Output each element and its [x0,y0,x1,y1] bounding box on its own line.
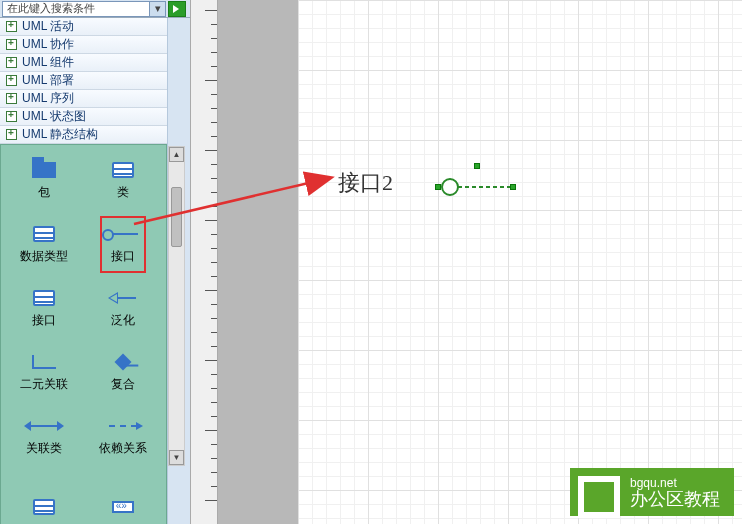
association-class-icon [30,425,58,427]
tree-item-uml-activity[interactable]: UML 活动 [0,18,167,36]
stencil-scrollbar[interactable]: ▲ ▼ [168,146,185,466]
stencil-generalization[interactable]: 泛化 [84,281,163,329]
package-icon [32,162,56,178]
stencil-association-class[interactable]: 关联类 [5,409,84,457]
search-input[interactable]: 在此键入搜索条件 ▾ [2,1,166,17]
expand-icon[interactable] [6,111,17,122]
scroll-thumb[interactable] [171,187,182,247]
selection-handle[interactable] [474,163,480,169]
search-placeholder: 在此键入搜索条件 [7,1,95,16]
expand-icon[interactable] [6,21,17,32]
tree-item-uml-static[interactable]: UML 静态结构 [0,126,167,144]
drawing-canvas[interactable]: 接口2 [298,0,742,524]
expand-icon[interactable] [6,57,17,68]
dropdown-arrow-icon[interactable]: ▾ [149,2,165,16]
interface-lollipop-icon [33,290,55,306]
tree-item-uml-component[interactable]: UML 组件 [0,54,167,72]
scroll-down-button[interactable]: ▼ [169,450,184,465]
watermark-logo-icon [578,476,620,518]
search-go-button[interactable] [168,1,186,17]
svg-point-0 [442,179,458,195]
tree-item-uml-sequence[interactable]: UML 序列 [0,90,167,108]
stencil-extra-class[interactable] [5,473,84,521]
expand-icon[interactable] [6,39,17,50]
page-margin [218,0,298,524]
vertical-ruler [190,0,218,524]
search-toolbar: 在此键入搜索条件 ▾ [0,0,190,18]
stencil-composition[interactable]: 复合 [84,345,163,393]
datatype-icon [33,226,55,242]
stencil-panel-uml-static: 包 类 数据类型 接口 接口 泛化 二元关联 [0,144,167,524]
watermark: bgqu.net 办公区教程 [570,468,734,516]
interface-lollipop-icon [438,175,518,199]
watermark-text: 办公区教程 [630,490,720,510]
stencil-interface-line[interactable]: 接口 [84,217,163,265]
stencil-binary-association[interactable]: 二元关联 [5,345,84,393]
stencil-class[interactable]: 类 [84,153,163,201]
shapes-sidebar: UML 活动 UML 协作 UML 组件 UML 部署 UML 序列 UML 状… [0,18,168,524]
expand-icon[interactable] [6,93,17,104]
composition-icon [114,354,131,371]
class-icon [33,499,55,515]
dependency-icon [109,425,137,427]
generalization-icon [110,297,136,299]
interface-line-icon [108,233,138,235]
binary-association-icon [32,355,56,369]
selection-handle[interactable] [435,184,441,190]
expand-icon[interactable] [6,129,17,140]
stencil-extra-box[interactable] [84,473,163,521]
stencil-datatype[interactable]: 数据类型 [5,217,84,265]
stencil-interface-lollipop[interactable]: 接口 [5,281,84,329]
shape-label-interface2[interactable]: 接口2 [338,168,393,198]
stencil-dependency[interactable]: 依赖关系 [84,409,163,457]
interface-shape[interactable] [438,175,518,202]
scroll-up-button[interactable]: ▲ [169,147,184,162]
watermark-url: bgqu.net [630,476,677,490]
tree-item-uml-deployment[interactable]: UML 部署 [0,72,167,90]
tree-item-uml-collaboration[interactable]: UML 协作 [0,36,167,54]
class-icon [112,162,134,178]
selection-handle[interactable] [510,184,516,190]
red-highlight-annotation: 接口 [100,216,146,273]
expand-icon[interactable] [6,75,17,86]
stencil-package[interactable]: 包 [5,153,84,201]
tree-item-uml-state[interactable]: UML 状态图 [0,108,167,126]
parameterized-icon [112,501,134,513]
